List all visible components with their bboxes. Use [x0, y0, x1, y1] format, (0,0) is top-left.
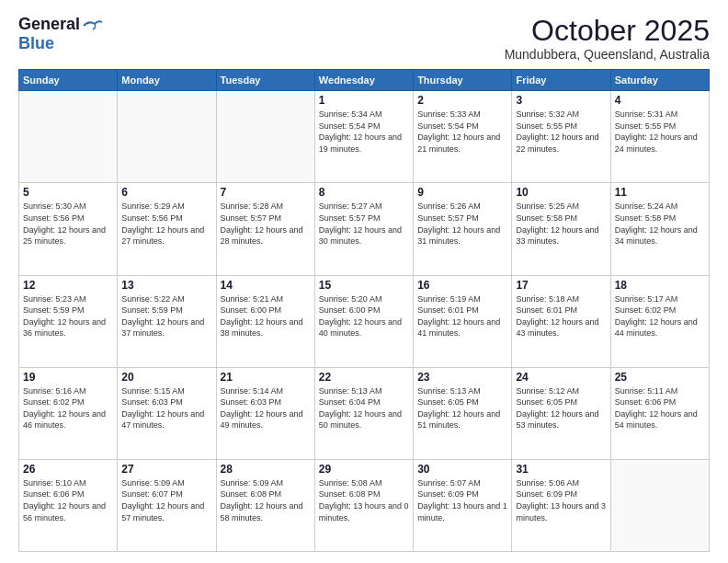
- cell-info: Sunrise: 5:13 AM Sunset: 6:04 PM Dayligh…: [319, 385, 409, 431]
- day-number: 13: [121, 279, 211, 292]
- calendar-cell: 7Sunrise: 5:28 AM Sunset: 5:57 PM Daylig…: [216, 183, 314, 275]
- calendar-cell: 5Sunrise: 5:30 AM Sunset: 5:56 PM Daylig…: [19, 183, 118, 275]
- cell-info: Sunrise: 5:20 AM Sunset: 6:00 PM Dayligh…: [319, 293, 409, 339]
- calendar-cell: 28Sunrise: 5:09 AM Sunset: 6:08 PM Dayli…: [216, 459, 314, 551]
- cell-info: Sunrise: 5:26 AM Sunset: 5:57 PM Dayligh…: [417, 201, 507, 247]
- day-number: 19: [23, 371, 113, 384]
- logo: General Blue: [18, 15, 102, 53]
- day-number: 26: [23, 463, 113, 476]
- calendar-cell: 12Sunrise: 5:23 AM Sunset: 5:59 PM Dayli…: [19, 275, 118, 367]
- day-number: 3: [516, 94, 606, 107]
- calendar-cell: 6Sunrise: 5:29 AM Sunset: 5:56 PM Daylig…: [118, 183, 216, 275]
- day-number: 22: [319, 371, 409, 384]
- cell-info: Sunrise: 5:14 AM Sunset: 6:03 PM Dayligh…: [221, 385, 311, 431]
- week-row-3: 12Sunrise: 5:23 AM Sunset: 5:59 PM Dayli…: [19, 275, 710, 367]
- cell-info: Sunrise: 5:33 AM Sunset: 5:54 PM Dayligh…: [417, 109, 507, 155]
- day-number: 15: [319, 279, 409, 292]
- calendar-cell: 2Sunrise: 5:33 AM Sunset: 5:54 PM Daylig…: [414, 91, 512, 183]
- calendar-table: Sunday Monday Tuesday Wednesday Thursday…: [18, 69, 710, 552]
- month-title: October 2025: [505, 15, 710, 47]
- cell-info: Sunrise: 5:09 AM Sunset: 6:07 PM Dayligh…: [121, 477, 211, 523]
- calendar-cell: [216, 91, 314, 183]
- day-number: 12: [23, 279, 113, 292]
- day-number: 10: [516, 186, 606, 199]
- cell-info: Sunrise: 5:10 AM Sunset: 6:06 PM Dayligh…: [23, 477, 113, 523]
- day-number: 9: [417, 186, 507, 199]
- day-number: 24: [516, 371, 606, 384]
- cell-info: Sunrise: 5:15 AM Sunset: 6:03 PM Dayligh…: [121, 385, 211, 431]
- logo-blue: Blue: [18, 34, 54, 52]
- day-number: 11: [615, 186, 705, 199]
- calendar-cell: 9Sunrise: 5:26 AM Sunset: 5:57 PM Daylig…: [414, 183, 512, 275]
- calendar-cell: 3Sunrise: 5:32 AM Sunset: 5:55 PM Daylig…: [512, 91, 610, 183]
- cell-info: Sunrise: 5:24 AM Sunset: 5:58 PM Dayligh…: [615, 201, 705, 247]
- cell-info: Sunrise: 5:22 AM Sunset: 5:59 PM Dayligh…: [121, 293, 211, 339]
- calendar-cell: 14Sunrise: 5:21 AM Sunset: 6:00 PM Dayli…: [216, 275, 314, 367]
- day-number: 16: [417, 279, 507, 292]
- calendar-cell: 31Sunrise: 5:06 AM Sunset: 6:09 PM Dayli…: [512, 459, 610, 551]
- logo-general: General: [18, 15, 80, 34]
- day-number: 1: [319, 94, 409, 107]
- cell-info: Sunrise: 5:07 AM Sunset: 6:09 PM Dayligh…: [417, 477, 507, 523]
- cell-info: Sunrise: 5:23 AM Sunset: 5:59 PM Dayligh…: [23, 293, 113, 339]
- calendar-cell: 29Sunrise: 5:08 AM Sunset: 6:08 PM Dayli…: [314, 459, 413, 551]
- cell-info: Sunrise: 5:17 AM Sunset: 6:02 PM Dayligh…: [615, 293, 705, 339]
- location-subtitle: Mundubbera, Queensland, Australia: [505, 47, 710, 62]
- calendar-cell: 26Sunrise: 5:10 AM Sunset: 6:06 PM Dayli…: [19, 459, 118, 551]
- day-number: 30: [417, 463, 507, 476]
- cell-info: Sunrise: 5:32 AM Sunset: 5:55 PM Dayligh…: [516, 109, 606, 155]
- day-number: 28: [221, 463, 311, 476]
- page: General Blue October 2025 Mundubbera, Qu…: [0, 0, 728, 563]
- week-row-4: 19Sunrise: 5:16 AM Sunset: 6:02 PM Dayli…: [19, 367, 710, 459]
- day-number: 8: [319, 186, 409, 199]
- calendar-cell: 17Sunrise: 5:18 AM Sunset: 6:01 PM Dayli…: [512, 275, 610, 367]
- day-number: 7: [221, 186, 311, 199]
- col-friday: Friday: [512, 70, 610, 91]
- col-monday: Monday: [118, 70, 216, 91]
- calendar-cell: 1Sunrise: 5:34 AM Sunset: 5:54 PM Daylig…: [314, 91, 413, 183]
- day-number: 17: [516, 279, 606, 292]
- cell-info: Sunrise: 5:19 AM Sunset: 6:01 PM Dayligh…: [417, 293, 507, 339]
- cell-info: Sunrise: 5:12 AM Sunset: 6:05 PM Dayligh…: [516, 385, 606, 431]
- cell-info: Sunrise: 5:29 AM Sunset: 5:56 PM Dayligh…: [121, 201, 211, 247]
- calendar-cell: 15Sunrise: 5:20 AM Sunset: 6:00 PM Dayli…: [314, 275, 413, 367]
- calendar-cell: 27Sunrise: 5:09 AM Sunset: 6:07 PM Dayli…: [118, 459, 216, 551]
- cell-info: Sunrise: 5:13 AM Sunset: 6:05 PM Dayligh…: [417, 385, 507, 431]
- calendar-cell: 23Sunrise: 5:13 AM Sunset: 6:05 PM Dayli…: [414, 367, 512, 459]
- week-row-1: 1Sunrise: 5:34 AM Sunset: 5:54 PM Daylig…: [19, 91, 710, 183]
- cell-info: Sunrise: 5:11 AM Sunset: 6:06 PM Dayligh…: [615, 385, 705, 431]
- calendar-cell: 25Sunrise: 5:11 AM Sunset: 6:06 PM Dayli…: [610, 367, 709, 459]
- day-number: 18: [615, 279, 705, 292]
- logo-bird-icon: [82, 18, 102, 33]
- col-thursday: Thursday: [414, 70, 512, 91]
- cell-info: Sunrise: 5:25 AM Sunset: 5:58 PM Dayligh…: [516, 201, 606, 247]
- calendar-cell: 21Sunrise: 5:14 AM Sunset: 6:03 PM Dayli…: [216, 367, 314, 459]
- header: General Blue October 2025 Mundubbera, Qu…: [18, 15, 710, 62]
- col-saturday: Saturday: [610, 70, 709, 91]
- day-number: 29: [319, 463, 409, 476]
- day-number: 25: [615, 371, 705, 384]
- cell-info: Sunrise: 5:21 AM Sunset: 6:00 PM Dayligh…: [221, 293, 311, 339]
- calendar-cell: 20Sunrise: 5:15 AM Sunset: 6:03 PM Dayli…: [118, 367, 216, 459]
- calendar-cell: 30Sunrise: 5:07 AM Sunset: 6:09 PM Dayli…: [414, 459, 512, 551]
- day-number: 2: [417, 94, 507, 107]
- calendar-cell: [610, 459, 709, 551]
- cell-info: Sunrise: 5:34 AM Sunset: 5:54 PM Dayligh…: [319, 109, 409, 155]
- cell-info: Sunrise: 5:16 AM Sunset: 6:02 PM Dayligh…: [23, 385, 113, 431]
- day-number: 27: [121, 463, 211, 476]
- calendar-cell: [118, 91, 216, 183]
- day-number: 21: [221, 371, 311, 384]
- calendar-cell: 13Sunrise: 5:22 AM Sunset: 5:59 PM Dayli…: [118, 275, 216, 367]
- day-number: 23: [417, 371, 507, 384]
- week-row-5: 26Sunrise: 5:10 AM Sunset: 6:06 PM Dayli…: [19, 459, 710, 551]
- calendar-cell: 19Sunrise: 5:16 AM Sunset: 6:02 PM Dayli…: [19, 367, 118, 459]
- cell-info: Sunrise: 5:08 AM Sunset: 6:08 PM Dayligh…: [319, 477, 409, 523]
- cell-info: Sunrise: 5:30 AM Sunset: 5:56 PM Dayligh…: [23, 201, 113, 247]
- col-tuesday: Tuesday: [216, 70, 314, 91]
- week-row-2: 5Sunrise: 5:30 AM Sunset: 5:56 PM Daylig…: [19, 183, 710, 275]
- day-number: 4: [615, 94, 705, 107]
- cell-info: Sunrise: 5:28 AM Sunset: 5:57 PM Dayligh…: [221, 201, 311, 247]
- day-number: 5: [23, 186, 113, 199]
- col-wednesday: Wednesday: [314, 70, 413, 91]
- calendar-cell: 10Sunrise: 5:25 AM Sunset: 5:58 PM Dayli…: [512, 183, 610, 275]
